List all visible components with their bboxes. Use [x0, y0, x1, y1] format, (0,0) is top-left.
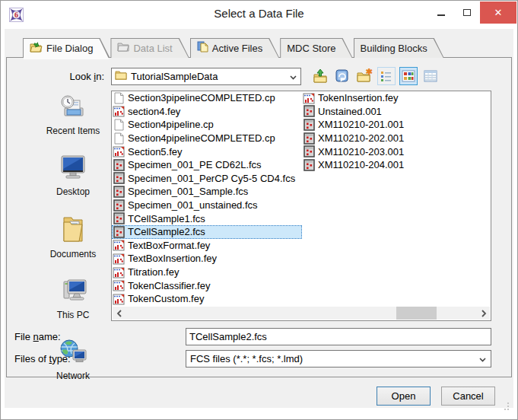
horizontal-scrollbar-thumb[interactable]	[396, 307, 437, 320]
file-item[interactable]: section4.fey	[112, 105, 302, 119]
file-name-label: XM110210-202.001	[318, 132, 404, 144]
files-of-type-combobox[interactable]: FCS files (*.*; *.fcs; *.lmd)	[186, 350, 491, 368]
resize-grip[interactable]	[501, 400, 510, 414]
close-icon: ✕	[494, 7, 503, 18]
file-item[interactable]: Section4pipeline.cp	[112, 118, 302, 132]
tab-strip: File Dialog Data List	[23, 38, 513, 58]
folder-toolbar: ✱	[311, 67, 440, 85]
tab-label: Building Blocks	[361, 43, 427, 54]
tab-active-files[interactable]: Active Files	[190, 38, 279, 58]
file-item[interactable]: TokenClassifier.fey	[112, 278, 302, 292]
file-name-label: TokenInsertion.fey	[318, 92, 399, 103]
fey-file-icon	[113, 239, 125, 251]
sidebar-item-label: Desktop	[56, 186, 90, 197]
create-new-folder-button[interactable]: ✱	[355, 67, 373, 85]
maximize-button[interactable]	[454, 2, 480, 24]
file-item[interactable]: XM110210-201.001	[302, 118, 489, 132]
file-name-label: Unstained.001	[318, 106, 382, 117]
cp-file-icon	[113, 92, 125, 104]
dialog-button-row: Open Cancel	[6, 383, 512, 408]
file-item[interactable]: XM110210-204.001	[302, 158, 489, 172]
file-name-label: TextBoxFormat.fey	[128, 240, 210, 251]
file-item[interactable]: TextBoxInsertion.fey	[112, 252, 302, 266]
tab-data-list[interactable]: Data List	[110, 38, 189, 58]
scroll-left-arrow[interactable]	[113, 307, 126, 320]
file-item[interactable]: Titration.fey	[112, 266, 302, 279]
file-name-label: Specimen_001_PerCP Cy5-5 CD4.fcs	[128, 173, 295, 184]
fey-file-icon	[303, 92, 315, 104]
minimize-button[interactable]	[428, 2, 454, 24]
file-name-label: TextBoxInsertion.fey	[128, 253, 217, 264]
dialog-client-area: File Dialog Data List	[5, 29, 513, 408]
up-one-level-button[interactable]	[311, 67, 329, 85]
file-item[interactable]: Specimen_001_PerCP Cy5-5 CD4.fcs	[112, 172, 302, 186]
file-name-label: section4.fey	[128, 106, 180, 117]
sidebar-item-this-pc[interactable]: This PC	[35, 277, 111, 320]
tab-mdc-store[interactable]: MDC Store	[280, 38, 352, 58]
sidebar-item-label: This PC	[57, 310, 90, 320]
file-item[interactable]: TokenCustom.fey	[112, 292, 302, 306]
file-name-label: XM110210-204.001	[318, 159, 404, 170]
file-item[interactable]: TCellSample2.fcs	[112, 225, 302, 239]
file-item[interactable]: Specimen_001_Sample.fcs	[112, 185, 302, 199]
sidebar-item-documents[interactable]: Documents	[35, 215, 111, 259]
file-list[interactable]: Section3pipelineCOMPLETED.cpsection4.fey…	[111, 91, 491, 321]
file-name-label: TokenClassifier.fey	[128, 280, 210, 291]
look-in-combobox[interactable]: TutorialSampleData	[111, 68, 301, 85]
tab-label: Active Files	[212, 43, 262, 54]
file-item[interactable]: Section5.fey	[112, 145, 302, 158]
tab-label: Data List	[133, 43, 172, 54]
cancel-button[interactable]: Cancel	[441, 387, 495, 406]
tab-file-dialog[interactable]: File Dialog	[23, 38, 110, 58]
file-name-label: TokenCustom.fey	[128, 293, 204, 304]
file-name-input[interactable]	[186, 328, 491, 345]
this-pc-icon	[58, 277, 88, 307]
file-item[interactable]: TCellSample1.fcs	[112, 212, 302, 225]
fcs-file-icon	[303, 132, 315, 145]
documents-icon	[59, 215, 87, 247]
fcs-file-icon	[113, 186, 125, 198]
list-view-button[interactable]	[377, 67, 396, 85]
file-item[interactable]: XM110210-203.001	[302, 145, 489, 158]
minimize-icon	[437, 14, 445, 16]
file-item[interactable]: Section3pipelineCOMPLETED.cp	[112, 91, 302, 105]
file-item[interactable]: Specimen_001_unstained.fcs	[112, 199, 302, 212]
file-item[interactable]: Specimen_001_PE CD62L.fcs	[112, 158, 302, 172]
file-name-label: File name:	[7, 331, 186, 342]
tab-building-blocks[interactable]: Building Blocks	[354, 38, 444, 58]
fey-file-icon	[113, 253, 125, 265]
select-data-file-dialog: 6 Select a Data File ✕ File Di	[0, 0, 518, 420]
fcs-file-icon	[113, 199, 125, 212]
file-name-label: TCellSample1.fcs	[128, 213, 205, 224]
horizontal-scrollbar[interactable]	[113, 307, 490, 320]
fey-file-icon	[113, 293, 125, 305]
desktop-icon	[58, 154, 88, 184]
file-item[interactable]: XM110210-202.001	[302, 132, 489, 145]
desktop-button[interactable]	[333, 67, 351, 85]
details-view-button[interactable]	[421, 67, 440, 85]
fey-file-icon	[113, 105, 125, 117]
fcs-file-icon	[113, 226, 125, 238]
sidebar-item-recent-items[interactable]: Recent Items	[35, 93, 111, 136]
pages-icon	[197, 41, 208, 55]
file-item[interactable]: Unstained.001	[302, 105, 489, 119]
tab-label: MDC Store	[287, 43, 335, 54]
file-name-label: Specimen_001_PE CD62L.fcs	[128, 159, 262, 170]
tab-label: File Dialog	[46, 43, 93, 54]
close-button[interactable]: ✕	[480, 2, 516, 24]
file-dialog-panel: Look in: TutorialSampleData	[6, 57, 512, 377]
sidebar-item-desktop[interactable]: Desktop	[35, 154, 111, 197]
open-button[interactable]: Open	[377, 387, 431, 406]
file-item[interactable]: TextBoxFormat.fey	[112, 239, 302, 253]
file-item[interactable]: TokenInsertion.fey	[302, 91, 489, 105]
file-name-label: Specimen_001_Sample.fcs	[128, 186, 248, 197]
scroll-right-arrow[interactable]	[477, 307, 490, 320]
icons-view-button[interactable]	[399, 67, 418, 85]
fey-file-icon	[113, 279, 125, 291]
maximize-icon	[463, 9, 471, 16]
file-name-label: Section4pipeline.cp	[128, 119, 214, 130]
file-item[interactable]: Section4pipelineCOMPLETED.cp	[112, 132, 302, 145]
fcs-file-icon	[113, 212, 125, 224]
file-name-label: Specimen_001_unstained.fcs	[128, 199, 258, 211]
chevron-down-icon	[479, 353, 486, 364]
